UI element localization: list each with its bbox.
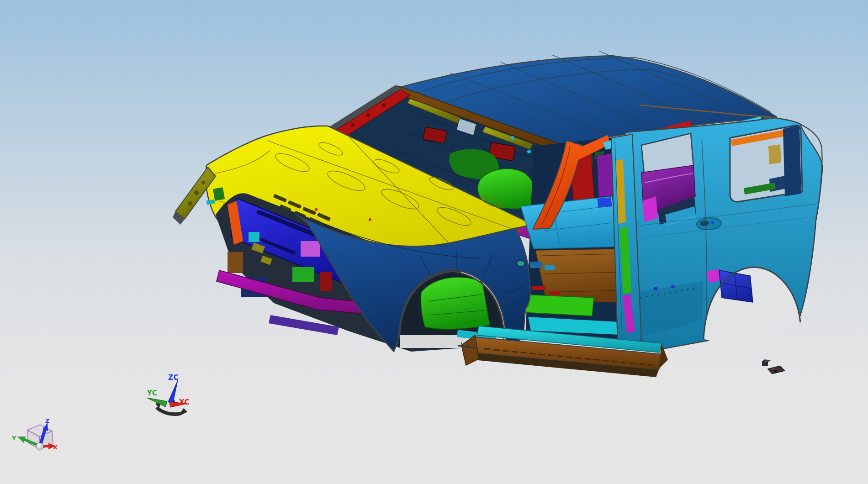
wcs-z-axis-arrow[interactable]: [168, 380, 178, 405]
car-body-model[interactable]: [173, 51, 822, 377]
front-floor-green[interactable]: [421, 277, 490, 329]
model-canvas[interactable]: ZC YC XC Z Y X: [0, 0, 868, 484]
window-khaki-bracket[interactable]: [768, 144, 781, 164]
rear-bodyside[interactable]: [625, 118, 822, 349]
view-orientation-triad[interactable]: Z Y X: [11, 417, 58, 451]
wcs-z-label: ZC: [168, 374, 179, 382]
view-x-label: X: [53, 444, 58, 451]
front-darkred-block[interactable]: [320, 272, 332, 291]
floating-parts[interactable]: [762, 359, 785, 374]
view-z-label: Z: [45, 417, 49, 424]
wcs-y-label: YC: [147, 389, 157, 397]
fender-antenna-hole[interactable]: [517, 260, 525, 267]
wcs-x-label: XC: [179, 398, 190, 406]
wcs-triad[interactable]: ZC YC XC: [147, 374, 190, 416]
wcs-rotate-handle[interactable]: [155, 406, 187, 416]
tip-green-bracket[interactable]: [213, 187, 225, 200]
floating-cube-part[interactable]: [762, 359, 771, 366]
floating-plate-part[interactable]: [767, 366, 785, 374]
cad-viewport[interactable]: ZC YC XC Z Y X: [0, 0, 868, 484]
front-teal-block[interactable]: [249, 232, 259, 242]
mid-floor-brown[interactable]: [535, 249, 623, 302]
view-y-label: Y: [11, 435, 16, 442]
floor-blue-crossmember[interactable]: [597, 197, 612, 208]
d-pillar-deep-navy[interactable]: [783, 125, 801, 196]
rear-floor-magenta[interactable]: [642, 196, 658, 222]
front-green-block[interactable]: [292, 267, 314, 282]
view-triad-origin-sphere[interactable]: [36, 443, 43, 450]
front-violet-block[interactable]: [301, 241, 320, 257]
front-brown-block[interactable]: [228, 252, 243, 273]
floor-green-sliver[interactable]: [522, 295, 594, 316]
